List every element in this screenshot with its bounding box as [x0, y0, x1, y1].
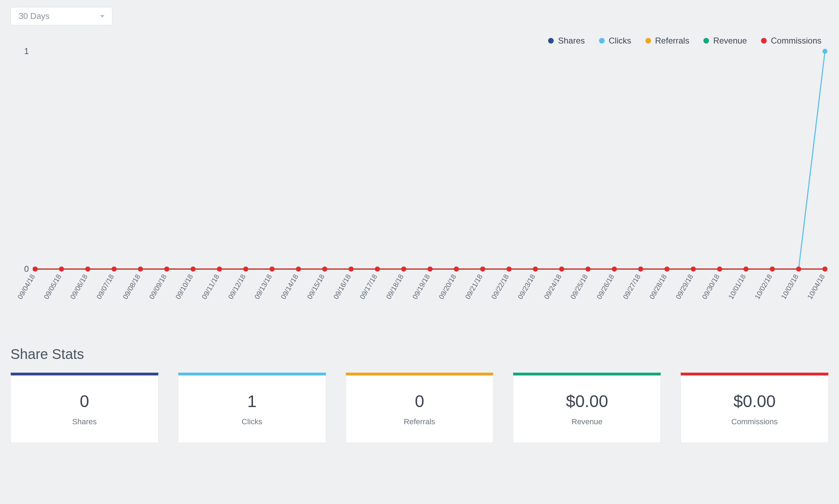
series-point-commissions[interactable]	[59, 267, 64, 271]
series-point-commissions[interactable]	[428, 267, 432, 271]
legend-dot-icon	[645, 38, 651, 44]
x-tick-label: 09/25/18	[569, 273, 589, 300]
x-tick-label: 09/14/18	[279, 273, 300, 300]
series-point-commissions[interactable]	[717, 267, 722, 271]
y-tick-label: 0	[24, 264, 29, 274]
series-point-commissions[interactable]	[112, 267, 117, 271]
legend-item-commissions[interactable]: Commissions	[761, 36, 821, 46]
series-point-commissions[interactable]	[691, 267, 696, 271]
x-tick-label: 09/08/18	[121, 273, 142, 300]
legend-item-referrals[interactable]: Referrals	[645, 36, 689, 46]
x-tick-label: 10/02/18	[753, 273, 774, 300]
chart-legend: SharesClicksReferralsRevenueCommissions	[11, 36, 828, 46]
series-point-commissions[interactable]	[454, 267, 459, 271]
x-tick-label: 09/20/18	[437, 273, 457, 300]
series-point-commissions[interactable]	[138, 267, 143, 271]
stat-cards-row: 0Shares1Clicks0Referrals$0.00Revenue$0.0…	[11, 373, 828, 443]
legend-dot-icon	[703, 38, 709, 44]
dashboard-page: 30 Days SharesClicksReferralsRevenueComm…	[0, 0, 839, 457]
series-point-commissions[interactable]	[559, 267, 564, 271]
legend-dot-icon	[548, 38, 554, 44]
x-tick-label: 09/22/18	[490, 273, 510, 300]
series-point-commissions[interactable]	[243, 267, 248, 271]
series-point-commissions[interactable]	[507, 267, 512, 271]
legend-label: Clicks	[609, 36, 631, 46]
series-point-commissions[interactable]	[664, 267, 669, 271]
series-point-commissions[interactable]	[612, 267, 617, 271]
x-tick-label: 09/06/18	[69, 273, 89, 300]
stat-value: 0	[80, 392, 89, 411]
stat-card-commissions: $0.00Commissions	[681, 373, 828, 443]
x-tick-label: 09/12/18	[227, 273, 247, 300]
legend-item-shares[interactable]: Shares	[548, 36, 585, 46]
stat-value: $0.00	[734, 392, 776, 411]
stat-value: 0	[415, 392, 424, 411]
legend-label: Referrals	[655, 36, 689, 46]
x-tick-label: 09/17/18	[358, 273, 379, 300]
stat-label: Referrals	[404, 417, 435, 426]
stat-card-referrals: 0Referrals	[346, 373, 494, 443]
legend-item-clicks[interactable]: Clicks	[599, 36, 631, 46]
x-tick-label: 10/01/18	[727, 273, 747, 300]
chevron-down-icon	[100, 15, 104, 18]
series-point-commissions[interactable]	[85, 267, 90, 271]
x-tick-label: 09/21/18	[463, 273, 484, 300]
x-tick-label: 09/27/18	[622, 273, 642, 300]
chart-container: SharesClicksReferralsRevenueCommissions …	[11, 36, 828, 308]
series-point-commissions[interactable]	[586, 267, 591, 271]
x-tick-label: 09/09/18	[148, 273, 168, 300]
legend-dot-icon	[761, 38, 767, 44]
x-tick-label: 09/10/18	[174, 273, 194, 300]
series-point-commissions[interactable]	[770, 267, 775, 271]
series-point-commissions[interactable]	[822, 267, 827, 271]
series-point-commissions[interactable]	[296, 267, 301, 271]
x-tick-label: 09/11/18	[200, 273, 221, 300]
series-point-commissions[interactable]	[796, 267, 801, 271]
x-tick-label: 09/23/18	[516, 273, 536, 300]
series-point-commissions[interactable]	[322, 267, 327, 271]
series-point-commissions[interactable]	[638, 267, 643, 271]
legend-item-revenue[interactable]: Revenue	[703, 36, 747, 46]
series-point-commissions[interactable]	[743, 267, 748, 271]
date-range-dropdown[interactable]: 30 Days	[11, 7, 112, 25]
series-point-clicks[interactable]	[822, 49, 827, 54]
series-point-commissions[interactable]	[217, 267, 222, 271]
share-stats-heading: Share Stats	[11, 346, 828, 362]
line-chart: 0109/04/1809/05/1809/06/1809/07/1809/08/…	[11, 48, 828, 308]
stat-value: $0.00	[566, 392, 608, 411]
series-point-commissions[interactable]	[164, 267, 169, 271]
stat-label: Shares	[72, 417, 97, 426]
x-tick-label: 09/05/18	[42, 273, 63, 300]
stat-card-clicks: 1Clicks	[178, 373, 326, 443]
series-point-commissions[interactable]	[533, 267, 538, 271]
x-tick-label: 10/03/18	[780, 273, 800, 300]
stat-card-shares: 0Shares	[11, 373, 158, 443]
series-point-commissions[interactable]	[480, 267, 485, 271]
x-tick-label: 09/15/18	[306, 273, 326, 300]
stat-label: Clicks	[242, 417, 262, 426]
x-tick-label: 09/18/18	[385, 273, 405, 300]
x-tick-label: 09/07/18	[95, 273, 115, 300]
series-point-commissions[interactable]	[349, 267, 353, 271]
stat-card-revenue: $0.00Revenue	[513, 373, 661, 443]
x-tick-label: 09/16/18	[332, 273, 352, 300]
x-tick-label: 10/04/18	[806, 273, 826, 300]
x-tick-label: 09/28/18	[648, 273, 668, 300]
stat-label: Commissions	[731, 417, 778, 426]
x-tick-label: 09/13/18	[253, 273, 273, 300]
x-tick-label: 09/30/18	[701, 273, 721, 300]
x-tick-label: 09/26/18	[595, 273, 616, 300]
x-tick-label: 09/24/18	[542, 273, 563, 300]
x-tick-label: 09/04/18	[16, 273, 36, 300]
y-tick-label: 1	[24, 48, 29, 56]
date-range-selected: 30 Days	[19, 11, 50, 21]
series-point-commissions[interactable]	[401, 267, 406, 271]
controls-row: 30 Days	[11, 7, 828, 25]
series-point-commissions[interactable]	[375, 267, 380, 271]
series-line-clicks	[35, 51, 825, 269]
stat-value: 1	[247, 392, 257, 411]
x-tick-label: 09/29/18	[674, 273, 695, 300]
series-point-commissions[interactable]	[269, 267, 274, 271]
series-point-commissions[interactable]	[33, 267, 38, 271]
series-point-commissions[interactable]	[191, 267, 196, 271]
